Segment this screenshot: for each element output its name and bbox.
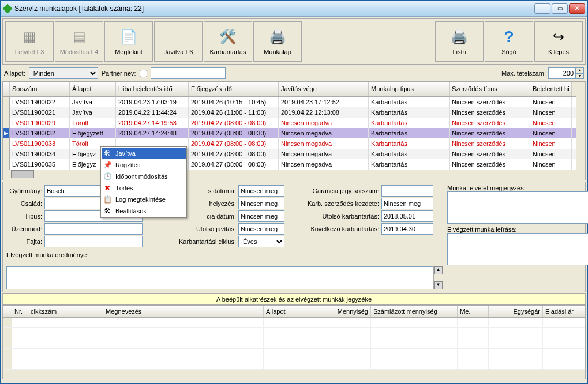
parts-title: A beépült alkatrészek és az elvégzett mu… <box>2 293 586 305</box>
table-row[interactable]: ▶LVS011900032Előjegyzett2019.04.27 14:24… <box>3 128 585 138</box>
pcol-mennyiseg[interactable]: Mennyiség <box>320 306 371 317</box>
munkafelv-label: Munka felvétel megjegyzés: <box>447 185 588 191</box>
table-row[interactable]: LVS011900021Javítva2019.04.22 11:44:2420… <box>3 107 585 118</box>
clock-icon: 🕒 <box>103 172 112 181</box>
svg-rect-0 <box>3 4 12 13</box>
pcol-allapot[interactable]: Állapot <box>264 306 320 317</box>
garjegy-label: Garancia jegy sorszám: <box>298 187 379 194</box>
kciklus-select[interactable]: Éves <box>238 236 284 247</box>
col-bejelentett[interactable]: Bejelentett hi <box>530 82 572 96</box>
minimize-button[interactable]: — <box>534 3 550 14</box>
partner-label: Partner név: <box>102 70 136 77</box>
felvitel-button[interactable]: ▦ Felvitel F3 <box>5 21 54 62</box>
ctx-beallitasok[interactable]: 🛠 Beállítások <box>102 205 186 217</box>
garjegy-input[interactable] <box>381 185 433 197</box>
window: Szervíz munkalapok [Találatok száma: 22]… <box>0 0 588 384</box>
spinner-up[interactable]: ▲ <box>576 67 584 73</box>
table-row[interactable]: LVS011900033Törölt2019.04.27 (08:00 - 08… <box>3 138 585 149</box>
partner-input[interactable] <box>151 67 226 79</box>
col-szerzodes[interactable]: Szerződés típus <box>450 82 530 96</box>
ctx-torles[interactable]: ✖ Törlés <box>102 182 186 194</box>
elvmunka-label: Elvégzett munka leírása: <box>447 226 588 233</box>
partner-checkbox[interactable] <box>140 70 147 77</box>
pcol-eladasi[interactable]: Eladási ár <box>543 306 582 317</box>
parts-row[interactable] <box>3 318 585 328</box>
close-button[interactable]: ✕ <box>569 3 585 14</box>
col-elojegyzes[interactable]: Előjegyzés idő <box>189 82 279 96</box>
karbantartas-button[interactable]: 🛠️ Karbantartás <box>204 21 252 62</box>
ctx-idopont[interactable]: 🕒 Időpont módosítás <box>102 171 186 182</box>
sugo-button[interactable]: ? Súgó <box>485 21 533 62</box>
pin-icon: 📌 <box>103 160 112 170</box>
pcol-cikkszam[interactable]: cikkszám <box>28 306 103 317</box>
kovkarb-input[interactable] <box>381 223 433 235</box>
log-icon: 📋 <box>103 195 112 204</box>
parts-body[interactable] <box>3 318 585 370</box>
settings-icon: 🛠 <box>103 206 112 216</box>
textarea-scroll-3[interactable]: ▲▼ <box>433 266 443 289</box>
utjavitas-input[interactable] <box>238 223 284 235</box>
sdatuma-input[interactable] <box>238 185 284 197</box>
pcol-nr[interactable]: Nr. <box>12 306 28 317</box>
allapot-label: Állapot: <box>4 70 25 77</box>
col-allapot[interactable]: Állapot <box>70 82 116 96</box>
fajta-label: Fajta: <box>6 238 42 245</box>
pcol-megnevezes[interactable]: Megnevezés <box>103 306 264 317</box>
context-menu: 🛠 Javítva 📌 Rögzített 🕒 Időpont módosítá… <box>100 146 187 218</box>
maximize-button[interactable]: ▭ <box>552 3 568 14</box>
ciadatum-input[interactable] <box>238 210 284 222</box>
delete-icon: ✖ <box>103 183 112 193</box>
ctx-javitva[interactable]: 🛠 Javítva <box>102 148 186 159</box>
pcol-me[interactable]: Me. <box>458 306 489 317</box>
uzemmod-input[interactable] <box>44 223 143 235</box>
parts-header: Nr. cikkszám Megnevezés Állapot Mennyisé… <box>3 306 585 318</box>
ctx-log[interactable]: 📋 Log megtekintése <box>102 194 186 205</box>
kilepes-button[interactable]: ↪ Kilépés <box>534 21 583 62</box>
eredmeny-textarea[interactable] <box>6 266 443 289</box>
col-hiba[interactable]: Hiba bejelentés idő <box>116 82 189 96</box>
allapot-select[interactable]: Minden <box>29 67 98 79</box>
col-javitasvege[interactable]: Javítás vége <box>279 82 369 96</box>
col-sorszam[interactable]: Sorszám <box>10 82 70 96</box>
view-icon: 📄 <box>119 28 138 46</box>
details-panel: Gyártmány: Család: Típus: Üzemmód: Fajta… <box>2 182 586 292</box>
spinner-down[interactable]: ▼ <box>576 73 584 79</box>
parts-row[interactable] <box>3 338 585 349</box>
maintenance-icon: 🛠️ <box>219 28 237 46</box>
app-icon <box>3 4 12 13</box>
fajta-input[interactable] <box>44 236 143 247</box>
table-row[interactable]: LVS011900022Javítva2019.04.23 17:03:1920… <box>3 97 585 107</box>
wrench-icon: 🛠 <box>103 149 112 158</box>
table-row[interactable]: LVS011900034Előjegyz2019.04.27 (08:00 - … <box>3 149 585 159</box>
titlebar: Szervíz munkalapok [Találatok száma: 22]… <box>1 1 587 17</box>
parts-row[interactable] <box>3 328 585 338</box>
tipus-label: Típus: <box>6 213 42 220</box>
megtekint-button[interactable]: 📄 Megtekint <box>104 21 153 62</box>
modositas-button[interactable]: ▤ Módosítás F4 <box>55 21 103 62</box>
col-munkalaptipus[interactable]: Munkalap tipus <box>369 82 450 96</box>
grid-hscroll[interactable] <box>3 170 585 179</box>
table-row[interactable]: LVS011900035Előjegyz2019.04.27 (08:00 - … <box>3 159 585 170</box>
grid-vscroll[interactable] <box>576 82 585 180</box>
parts-hscroll[interactable] <box>3 370 585 379</box>
window-title: Szervíz munkalapok [Találatok száma: 22] <box>14 5 534 13</box>
karbkezd-input[interactable] <box>381 198 433 209</box>
grid-body[interactable]: LVS011900022Javítva2019.04.23 17:03:1920… <box>3 97 585 170</box>
helyezes-input[interactable] <box>238 198 284 209</box>
help-icon: ? <box>500 28 518 46</box>
parts-row[interactable] <box>3 359 585 370</box>
lista-button[interactable]: 🖨️ Lista <box>435 21 484 62</box>
munkalap-button[interactable]: 🖨️ Munkalap <box>253 21 302 62</box>
utkarb-input[interactable] <box>381 210 433 222</box>
elvmunka-textarea[interactable] <box>447 233 588 265</box>
parts-row[interactable] <box>3 349 585 359</box>
max-input[interactable] <box>548 67 576 79</box>
pcol-szamlazott[interactable]: Számlázott mennyiség <box>371 306 458 317</box>
munkafelv-textarea[interactable] <box>447 191 588 224</box>
ctx-rogzitett[interactable]: 📌 Rögzített <box>102 159 186 171</box>
table-row[interactable]: LVS011900029Törölt2019.04.27 14:19:53201… <box>3 118 585 128</box>
javitva-button[interactable]: Javítva F6 <box>154 21 203 62</box>
max-spinner[interactable]: ▲ ▼ <box>548 67 584 79</box>
pcol-egysegar[interactable]: Egységár <box>489 306 543 317</box>
kovkarb-label: Következő karbantartás: <box>298 225 379 232</box>
